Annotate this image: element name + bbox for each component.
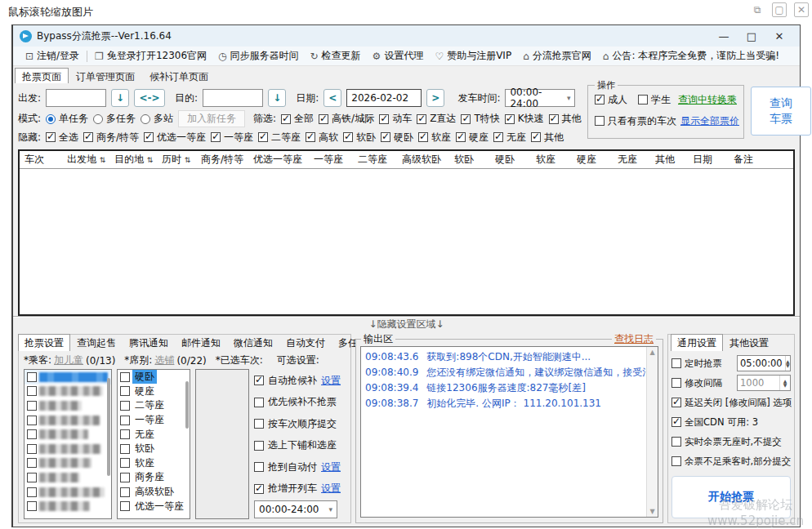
- filter-d-train[interactable]: 动车: [379, 112, 412, 126]
- seat-type-list[interactable]: 硬卧 硬座 二等座 一等座 无座 软卧 软座 商务座 高级软卧 优选一等座: [117, 369, 190, 519]
- col-soft-seat[interactable]: 软座: [531, 153, 572, 167]
- outer-close-icon[interactable]: ✕: [794, 2, 809, 17]
- hide-second-class[interactable]: 二等座: [258, 131, 301, 144]
- only-available-checkbox[interactable]: 只看有票的车次: [595, 114, 676, 128]
- output-log[interactable]: 09:08:43.6获取到:898个CDN,开始智能测速中... 09:08:4…: [360, 346, 658, 518]
- extra-train-settings-link[interactable]: 设置: [321, 482, 341, 496]
- close-button[interactable]: ✕: [765, 30, 793, 42]
- add-child-link[interactable]: 加儿童: [54, 353, 83, 367]
- filter-highspeed[interactable]: 高铁/城际: [319, 112, 374, 126]
- passenger-row[interactable]: [25, 370, 111, 385]
- hide-select-all[interactable]: 全选: [46, 131, 78, 144]
- tab-email-notify[interactable]: 邮件通知: [175, 334, 227, 351]
- checkbox-icon[interactable]: [254, 376, 264, 385]
- mode-multi-task[interactable]: 多任务: [93, 112, 136, 126]
- col-premium-first[interactable]: 优选一等座: [248, 153, 309, 167]
- checkbox-icon[interactable]: [120, 444, 130, 454]
- waitlist-settings-link[interactable]: 设置: [321, 374, 341, 388]
- delay-close-checkbox[interactable]: [671, 398, 681, 407]
- seat-row[interactable]: 优选一等座: [118, 499, 190, 513]
- filter-t-train[interactable]: T特快: [461, 112, 499, 126]
- hide-premium-first[interactable]: 优选一等座: [144, 131, 206, 144]
- swap-stations-button[interactable]: <->: [134, 89, 165, 107]
- optional-time-select[interactable]: 00:00-24:00 ▾: [254, 500, 337, 518]
- filter-z-train[interactable]: Z直达: [417, 112, 456, 126]
- tab-sale-query[interactable]: 查询起售: [70, 334, 123, 351]
- outer-maximize-icon[interactable]: ▢: [772, 2, 787, 17]
- open-external-icon[interactable]: ⧉: [750, 2, 765, 17]
- checkbox-icon[interactable]: [120, 416, 130, 425]
- toolbar-proxy-settings[interactable]: ⚙ 设置代理: [367, 49, 430, 63]
- selected-trains-list[interactable]: [195, 369, 249, 519]
- tab-other-settings[interactable]: 其他设置: [723, 334, 775, 351]
- tab-wechat-notify[interactable]: 微信通知: [227, 334, 279, 351]
- hide-settings-divider[interactable]: ↓隐藏设置区域↓: [13, 316, 800, 331]
- add-task-button[interactable]: 加入新任务: [178, 110, 245, 127]
- passenger-row[interactable]: [25, 456, 111, 471]
- tab-waitlist-orders[interactable]: 候补订单页面: [142, 68, 216, 83]
- partial-submit-checkbox[interactable]: [671, 456, 681, 466]
- student-checkbox[interactable]: 学生: [638, 93, 671, 107]
- seat-row[interactable]: 二等座: [118, 398, 190, 413]
- checkbox-icon[interactable]: [120, 372, 130, 382]
- to-dropdown-button[interactable]: ↓: [268, 89, 286, 107]
- tab-general-settings[interactable]: 通用设置: [671, 334, 723, 351]
- checkbox-icon[interactable]: [27, 444, 37, 454]
- toolbar-sync-time[interactable]: ◷ 同步服务器时间: [212, 49, 304, 63]
- checkbox-icon[interactable]: [120, 501, 130, 511]
- toolbar-sponsor-vip[interactable]: ♡ 赞助与注册VIP: [429, 49, 517, 63]
- spinner-arrows-icon[interactable]: ▲▼: [779, 376, 790, 390]
- col-to[interactable]: 目的地 ⇅: [109, 153, 157, 167]
- hide-soft-sleeper[interactable]: 软卧: [343, 131, 376, 144]
- checkbox-icon[interactable]: [120, 429, 130, 439]
- date-prev-button[interactable]: <: [323, 89, 341, 107]
- tab-auto-pay[interactable]: 自动支付: [279, 334, 332, 351]
- submit-in-order-option[interactable]: 按车次顺序提交: [254, 413, 347, 435]
- col-business[interactable]: 商务/特等: [196, 153, 248, 167]
- toolbar-logout-login[interactable]: ⊡ 注销/登录: [20, 49, 85, 63]
- seat-row[interactable]: 硬座: [118, 385, 190, 399]
- checkbox-icon[interactable]: [27, 416, 37, 425]
- tab-order-management[interactable]: 订单管理页面: [69, 68, 142, 83]
- seat-row[interactable]: 软卧: [118, 442, 190, 456]
- col-hard-sleeper[interactable]: 硬卧: [490, 153, 531, 167]
- col-train-no[interactable]: 车次: [20, 153, 62, 167]
- checkbox-icon[interactable]: [254, 398, 264, 407]
- show-all-prices-link[interactable]: 显示全部票价: [680, 114, 739, 128]
- passenger-row[interactable]: [25, 470, 111, 485]
- seat-row[interactable]: 无座: [118, 427, 190, 442]
- checkbox-icon[interactable]: [27, 458, 37, 468]
- col-soft-sleeper[interactable]: 软卧: [449, 153, 490, 167]
- query-tickets-button[interactable]: 查询 车票: [751, 87, 811, 136]
- seat-row[interactable]: 软座: [118, 456, 190, 471]
- toolbar-open-12306[interactable]: ❐ 免登录打开12306官网: [89, 49, 212, 63]
- filter-all[interactable]: 全部: [281, 112, 314, 126]
- checkbox-icon[interactable]: [254, 441, 264, 451]
- passenger-scrollbar[interactable]: [107, 373, 110, 515]
- interval-spinner[interactable]: 1000 ▲▼: [737, 375, 791, 391]
- interval-checkbox[interactable]: [671, 378, 681, 388]
- passenger-row[interactable]: [25, 442, 111, 456]
- col-no-seat[interactable]: 无座: [613, 153, 650, 167]
- passenger-list[interactable]: [24, 369, 112, 519]
- waitlist-priority-option[interactable]: 优先候补不抢票: [254, 392, 347, 414]
- adult-checkbox[interactable]: 成人: [595, 93, 627, 107]
- toolbar-check-update[interactable]: ↻ 检查更新: [305, 49, 367, 63]
- checkbox-icon[interactable]: [27, 401, 37, 411]
- checkbox-icon[interactable]: [254, 484, 264, 494]
- seat-scrollbar[interactable]: [185, 373, 189, 515]
- col-deluxe-sleeper[interactable]: 高级软卧: [397, 153, 449, 167]
- seat-row[interactable]: 硬卧: [118, 370, 190, 385]
- checkbox-icon[interactable]: [27, 386, 37, 396]
- checkbox-icon[interactable]: [27, 372, 37, 382]
- col-remark[interactable]: 备注: [729, 153, 793, 167]
- hide-no-seat[interactable]: 无座: [493, 131, 526, 144]
- scroll-down-icon[interactable]: ▼: [649, 508, 654, 515]
- passenger-row[interactable]: [25, 385, 111, 399]
- hide-first-class[interactable]: 一等座: [211, 131, 253, 144]
- checkbox-icon[interactable]: [27, 487, 37, 497]
- select-berth-link[interactable]: 选铺: [154, 353, 174, 367]
- berth-seat-select-option[interactable]: 选上下铺和选座: [254, 435, 347, 457]
- timed-grab-checkbox[interactable]: [671, 358, 681, 368]
- minimize-button[interactable]: —: [710, 30, 738, 42]
